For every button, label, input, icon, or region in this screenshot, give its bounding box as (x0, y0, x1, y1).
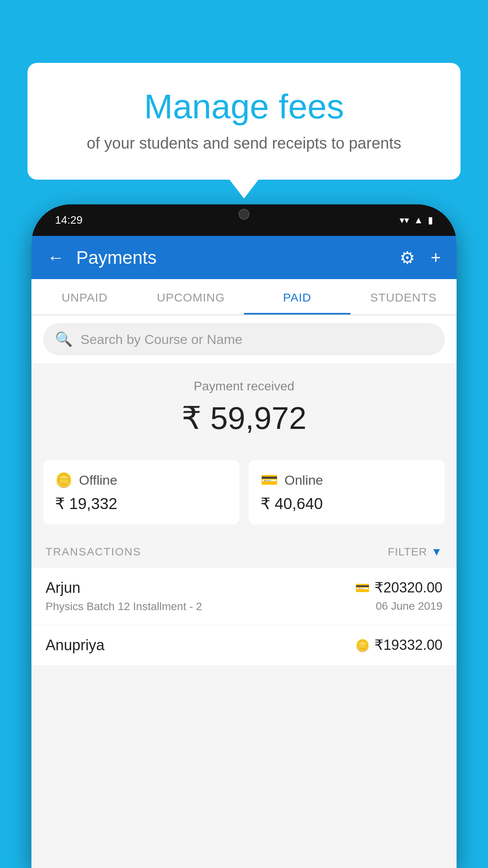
search-bar[interactable]: 🔍 Search by Course or Name (43, 323, 445, 355)
search-icon: 🔍 (55, 331, 73, 348)
bubble-subtitle: of your students and send receipts to pa… (59, 134, 429, 152)
tabs-bar: UNPAID UPCOMING PAID STUDENTS (31, 279, 457, 315)
online-amount: ₹ 40,640 (261, 495, 433, 513)
gear-icon[interactable]: ⚙ (400, 248, 415, 268)
phone-status-bar: 14:29 ▾▾ ▲ ▮ (31, 204, 457, 236)
transaction-right-2: 🪙 ₹19332.00 (355, 637, 442, 653)
table-row[interactable]: Anupriya 🪙 ₹19332.00 (31, 625, 457, 666)
back-button[interactable]: ← (47, 248, 64, 267)
tab-students[interactable]: STUDENTS (350, 279, 457, 314)
search-input[interactable]: Search by Course or Name (81, 332, 242, 347)
offline-payment-icon: 🪙 (355, 638, 370, 652)
online-payment-card: 💳 Online ₹ 40,640 (249, 460, 445, 524)
battery-icon: ▮ (428, 215, 433, 226)
transaction-left-2: Anupriya (46, 637, 105, 654)
offline-label: Offline (79, 473, 117, 488)
status-time: 14:29 (55, 214, 83, 226)
transaction-date-1: 06 June 2019 (376, 600, 442, 612)
wifi-icon: ▾▾ (400, 215, 409, 226)
speech-bubble: Manage fees of your students and send re… (28, 63, 460, 180)
offline-icon: 🪙 (55, 472, 73, 488)
amount-row-1: 💳 ₹20320.00 (355, 579, 442, 596)
search-container: 🔍 Search by Course or Name (31, 315, 457, 363)
filter-icon: ▼ (431, 546, 442, 558)
page-title: Payments (76, 247, 157, 268)
filter-label: FILTER (388, 546, 427, 558)
status-icons: ▾▾ ▲ ▮ (400, 215, 433, 226)
filter-button[interactable]: FILTER ▼ (388, 546, 442, 558)
header-right: ⚙ + (400, 248, 441, 268)
payment-received-label: Payment received (43, 379, 445, 394)
tab-unpaid[interactable]: UNPAID (31, 279, 138, 314)
transaction-right-1: 💳 ₹20320.00 06 June 2019 (355, 579, 442, 612)
bubble-title: Manage fees (59, 86, 429, 127)
total-payment-amount: ₹ 59,972 (43, 400, 445, 436)
course-info-1: Physics Batch 12 Installment - 2 (46, 600, 202, 613)
student-name-2: Anupriya (46, 637, 105, 654)
tab-paid[interactable]: PAID (244, 279, 350, 314)
plus-icon[interactable]: + (431, 248, 441, 267)
card-payment-icon: 💳 (355, 581, 370, 595)
payment-summary: Payment received ₹ 59,972 (31, 363, 457, 460)
transaction-amount-2: ₹19332.00 (374, 637, 442, 653)
transaction-amount-1: ₹20320.00 (374, 579, 442, 596)
amount-row-2: 🪙 ₹19332.00 (355, 637, 442, 653)
header-left: ← Payments (47, 247, 157, 268)
online-label: Online (284, 473, 323, 488)
table-row[interactable]: Arjun Physics Batch 12 Installment - 2 💳… (31, 568, 457, 625)
payment-cards: 🪙 Offline ₹ 19,332 💳 Online ₹ 40,640 (31, 460, 457, 536)
phone-frame: 14:29 ▾▾ ▲ ▮ ← Payments ⚙ + UNPAID UPCOM… (31, 204, 457, 868)
app-header: ← Payments ⚙ + (31, 236, 457, 279)
speech-bubble-wrapper: Manage fees of your students and send re… (28, 63, 460, 180)
offline-card-top: 🪙 Offline (55, 472, 227, 488)
tab-upcoming[interactable]: UPCOMING (138, 279, 244, 314)
transaction-left-1: Arjun Physics Batch 12 Installment - 2 (46, 579, 202, 613)
online-card-top: 💳 Online (261, 472, 433, 488)
transactions-header: TRANSACTIONS FILTER ▼ (31, 536, 457, 568)
offline-payment-card: 🪙 Offline ₹ 19,332 (43, 460, 239, 524)
transactions-label: TRANSACTIONS (46, 546, 141, 558)
app-screen: ← Payments ⚙ + UNPAID UPCOMING PAID STUD… (31, 236, 457, 868)
online-icon: 💳 (261, 472, 278, 488)
phone-notch (213, 204, 275, 224)
signal-icon: ▲ (414, 215, 423, 226)
phone-camera (238, 209, 250, 220)
student-name-1: Arjun (46, 579, 202, 596)
offline-amount: ₹ 19,332 (55, 495, 227, 513)
